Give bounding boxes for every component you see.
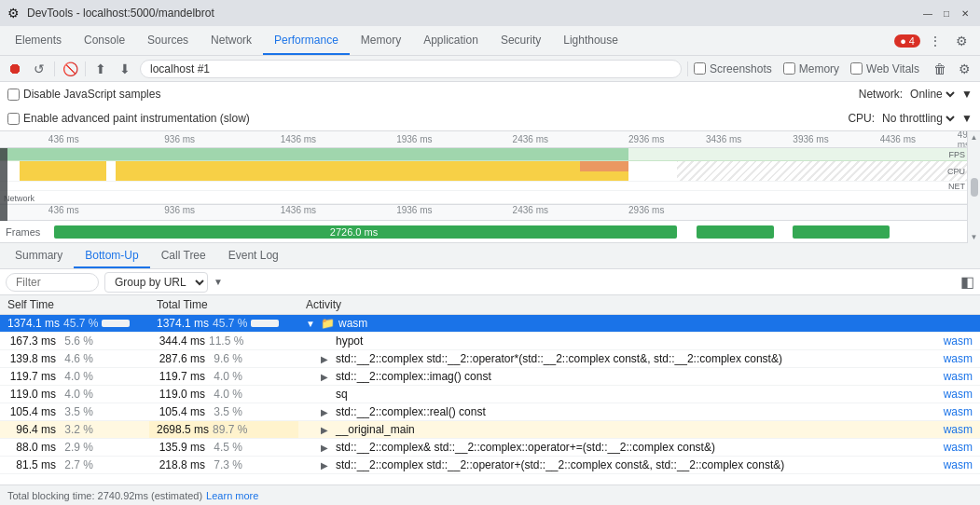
expand-arrow[interactable]: ▶: [321, 354, 332, 364]
download-button[interactable]: ⬇: [116, 60, 134, 78]
screenshots-checkbox-input[interactable]: [694, 62, 706, 75]
tab-lighthouse[interactable]: Lighthouse: [552, 26, 629, 55]
tab-bottom-up[interactable]: Bottom-Up: [74, 243, 149, 268]
self-time-value: 119.7 ms: [7, 370, 56, 383]
maximize-button[interactable]: □: [939, 6, 954, 20]
total-time-value: 135.9 ms: [157, 441, 205, 454]
enable-paint-label[interactable]: Enable advanced paint instrumentation (s…: [7, 112, 250, 125]
record-button[interactable]: ⏺: [6, 60, 24, 78]
table-row[interactable]: 96.4 ms 3.2 % 2698.5 ms 89.7 % ▶ __origi…: [0, 421, 980, 439]
clear-button[interactable]: 🚫: [61, 60, 79, 78]
ruler2-tick-2: 936 ms: [164, 205, 195, 215]
source-link[interactable]: wasm: [936, 458, 973, 471]
cpu-throttle-select[interactable]: No throttling: [878, 111, 958, 126]
fps-bar-fill: [0, 148, 628, 160]
memory-checkbox[interactable]: Memory: [783, 62, 839, 75]
self-time-value: 119.0 ms: [7, 388, 56, 401]
focus-icon[interactable]: ◧: [960, 273, 974, 291]
options-row-1: Disable JavaScript samples Network: Onli…: [0, 82, 980, 106]
total-time-pct: 4.0 %: [209, 388, 242, 401]
self-time-header: Self Time: [0, 295, 149, 315]
ruler-tick-8: 3936 ms: [793, 134, 828, 144]
tab-application[interactable]: Application: [412, 26, 490, 55]
source-link[interactable]: wasm: [936, 441, 973, 454]
total-time-cell: 287.6 ms 9.6 %: [149, 350, 298, 368]
expand-arrow[interactable]: ▼: [306, 319, 317, 329]
self-time-value: 1374.1 ms: [7, 317, 60, 330]
total-time-pct: 45.7 %: [213, 317, 247, 330]
tab-sources[interactable]: Sources: [136, 26, 200, 55]
tab-network[interactable]: Network: [200, 26, 263, 55]
enable-paint-checkbox[interactable]: [7, 113, 20, 125]
title-bar-text: DevTools - localhost:5000/mandelbrot: [27, 7, 913, 20]
tab-memory[interactable]: Memory: [350, 26, 412, 55]
expand-arrow[interactable]: ▶: [321, 425, 332, 435]
group-by-select[interactable]: Group by URL: [104, 272, 208, 293]
activity-cell: ▶ std::__2::complex::real() const wasm: [298, 403, 980, 421]
more-options-button[interactable]: ⋮: [924, 30, 946, 52]
tab-elements[interactable]: Elements: [4, 26, 73, 55]
disable-js-samples-label[interactable]: Disable JavaScript samples: [7, 88, 160, 101]
reload-record-button[interactable]: ↺: [30, 60, 48, 78]
settings-button[interactable]: ⚙: [950, 30, 973, 52]
expand-arrow[interactable]: ▶: [321, 443, 332, 453]
ruler2-tick-5: 2436 ms: [513, 205, 548, 215]
source-link[interactable]: wasm: [936, 370, 973, 383]
expand-arrow[interactable]: ▶: [321, 372, 332, 382]
timeline-scrollbar[interactable]: ▲ ▼: [967, 131, 980, 243]
trash-button[interactable]: 🗑: [931, 60, 949, 78]
tab-summary[interactable]: Summary: [4, 243, 74, 268]
memory-checkbox-input[interactable]: [783, 62, 795, 75]
settings-gear-icon[interactable]: ⚙: [955, 60, 974, 78]
disable-js-samples-checkbox[interactable]: [7, 89, 20, 101]
network-throttle-select[interactable]: Online: [906, 87, 958, 102]
tab-call-tree[interactable]: Call Tree: [150, 243, 217, 268]
self-time-value: 105.4 ms: [7, 405, 56, 418]
tab-security[interactable]: Security: [490, 26, 552, 55]
activity-cell: ▶ std::__2::complex& std::__2::complex::…: [298, 439, 980, 457]
table-row[interactable]: 1374.1 ms 45.7 % 1374.1 ms 45.7 % ▼ 📁 wa…: [0, 315, 980, 333]
tab-performance[interactable]: Performance: [263, 26, 350, 55]
activity-cell: ▶ __original_main wasm: [298, 421, 980, 439]
self-time-pct: 4.6 %: [60, 352, 93, 365]
source-link[interactable]: wasm: [936, 388, 973, 401]
table-row[interactable]: 119.0 ms 4.0 % 119.0 ms 4.0 % sq wasm: [0, 386, 980, 403]
upload-button[interactable]: ⬆: [91, 60, 110, 78]
ruler-tick-9: 4436 ms: [880, 134, 916, 144]
expand-arrow[interactable]: ▶: [321, 460, 332, 471]
self-time-cell: 105.4 ms 3.5 %: [0, 403, 149, 421]
filter-input[interactable]: [6, 273, 99, 292]
minimize-button[interactable]: —: [920, 6, 935, 20]
close-button[interactable]: ✕: [958, 6, 973, 20]
scroll-up-arrow[interactable]: ▲: [971, 133, 978, 142]
network-label-row: Network: [0, 191, 967, 204]
scroll-thumb[interactable]: [971, 178, 978, 197]
source-link[interactable]: wasm: [936, 405, 973, 418]
tab-event-log[interactable]: Event Log: [217, 243, 290, 268]
ruler-tick-1: 436 ms: [48, 134, 79, 144]
web-vitals-checkbox-input[interactable]: [850, 62, 863, 75]
source-link[interactable]: wasm: [936, 352, 973, 365]
table-row[interactable]: 105.4 ms 3.5 % 105.4 ms 3.5 % ▶ std::__2…: [0, 403, 980, 421]
source-link[interactable]: wasm: [936, 423, 973, 436]
activity-cell: ▶ std::__2::complex std::__2::operator+(…: [298, 457, 980, 474]
total-time-value: 344.4 ms: [157, 334, 205, 348]
table-row[interactable]: 119.7 ms 4.0 % 119.7 ms 4.0 % ▶ std::__2…: [0, 368, 980, 386]
source-link[interactable]: wasm: [936, 334, 973, 348]
tab-console[interactable]: Console: [73, 26, 136, 55]
learn-more-link[interactable]: Learn more: [206, 490, 258, 501]
table-row[interactable]: 81.5 ms 2.7 % 218.8 ms 7.3 % ▶ std::__2:…: [0, 457, 980, 474]
ruler2-tick-3: 1436 ms: [281, 205, 316, 215]
screenshots-checkbox[interactable]: Screenshots: [694, 62, 772, 75]
table-row[interactable]: 139.8 ms 4.6 % 287.6 ms 9.6 % ▶ std::__2…: [0, 350, 980, 368]
web-vitals-checkbox[interactable]: Web Vitals: [850, 62, 919, 75]
activity-name: std::__2::complex::real() const: [336, 405, 932, 418]
activity-name: std::__2::complex& std::__2::complex::op…: [336, 441, 932, 454]
table-row[interactable]: 88.0 ms 2.9 % 135.9 ms 4.5 % ▶ std::__2:…: [0, 439, 980, 457]
self-time-value: 167.3 ms: [7, 334, 56, 348]
table-row[interactable]: 167.3 ms 5.6 % 344.4 ms 11.5 % hypot was…: [0, 333, 980, 350]
activity-name: __original_main: [336, 423, 932, 436]
self-time-pct: 5.6 %: [60, 334, 93, 348]
expand-arrow[interactable]: ▶: [321, 407, 332, 417]
scroll-down-arrow[interactable]: ▼: [971, 233, 978, 241]
